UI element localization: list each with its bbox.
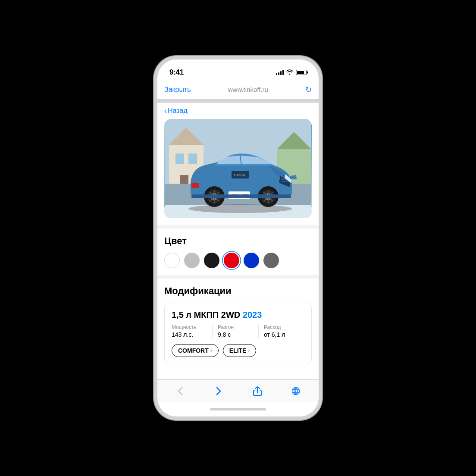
- forward-nav-button[interactable]: [209, 382, 228, 401]
- spec-consumption-value: от 6,1 л: [264, 331, 299, 338]
- color-swatch-gray[interactable]: [263, 253, 279, 268]
- svg-rect-15: [191, 183, 199, 188]
- spec-acceleration-value: 9,8 с: [218, 331, 253, 338]
- wifi-icon: [286, 69, 293, 76]
- status-time: 9:41: [169, 68, 184, 77]
- battery-icon: [296, 70, 307, 75]
- back-nav: ‹ Назад: [157, 103, 319, 119]
- trim-comfort-label: COMFORT: [178, 347, 209, 354]
- status-icons: [276, 69, 307, 76]
- color-section: Цвет: [157, 229, 319, 275]
- phone-shell: 9:41 Закрыть www.tinkoff.ru ↻: [154, 56, 322, 420]
- mod-engine-text: 1,5 л МКПП 2WD: [172, 310, 240, 319]
- bookmarks-button[interactable]: [286, 382, 305, 401]
- mod-engine: 1,5 л МКПП 2WD 2023: [172, 310, 304, 320]
- home-bar: [210, 408, 266, 410]
- mod-trims: COMFORT › ELITE ›: [172, 344, 304, 357]
- trim-elite-label: ELITE: [229, 347, 247, 354]
- color-swatch-blue[interactable]: [244, 253, 259, 268]
- modifications-section: Модификации 1,5 л МКПП 2WD 2023 Мощность…: [157, 279, 319, 376]
- svg-text:HAVAL: HAVAL: [234, 173, 247, 177]
- browser-close-button[interactable]: Закрыть: [164, 86, 191, 94]
- spec-consumption-label: Расход: [264, 324, 299, 330]
- modification-card: 1,5 л МКПП 2WD 2023 Мощность 143 л.с. Ра…: [164, 303, 312, 364]
- color-swatch-red[interactable]: [224, 253, 239, 268]
- home-indicator: [157, 402, 319, 416]
- share-button[interactable]: [248, 382, 267, 401]
- browser-toolbar: [157, 379, 319, 402]
- trim-comfort-chevron: ›: [210, 348, 212, 354]
- modifications-title: Модификации: [164, 285, 312, 297]
- mod-specs: Мощность 143 л.с. Разгон 9,8 с Расход от…: [172, 324, 304, 338]
- spec-power: Мощность 143 л.с.: [172, 324, 212, 338]
- color-swatch-white[interactable]: [164, 253, 180, 268]
- back-chevron-icon: ‹: [164, 107, 167, 115]
- car-image: о096уо799 HAVAL: [164, 119, 312, 218]
- cta-section: Хочу этот автомобиль: [157, 376, 319, 379]
- spec-consumption: Расход от 6,1 л: [258, 324, 304, 338]
- svg-rect-4: [188, 153, 197, 164]
- top-divider: [157, 99, 319, 103]
- back-button[interactable]: ‹ Назад: [164, 107, 188, 115]
- svg-rect-14: [281, 181, 289, 182]
- spec-acceleration: Разгон 9,8 с: [212, 324, 258, 338]
- back-label: Назад: [168, 107, 188, 115]
- reload-button[interactable]: ↻: [305, 85, 312, 94]
- trim-elite-chevron: ›: [248, 348, 250, 354]
- page-content: ‹ Назад: [157, 99, 319, 379]
- color-swatch-silver[interactable]: [184, 253, 200, 268]
- svg-point-11: [188, 204, 292, 213]
- browser-url: www.tinkoff.ru: [228, 86, 268, 93]
- spec-acceleration-label: Разгон: [218, 324, 253, 330]
- color-swatches: [164, 253, 312, 268]
- spec-power-label: Мощность: [172, 324, 207, 330]
- trim-elite[interactable]: ELITE ›: [223, 344, 257, 357]
- color-swatch-black[interactable]: [204, 253, 219, 268]
- signal-icon: [276, 70, 284, 75]
- trim-comfort[interactable]: COMFORT ›: [172, 344, 219, 357]
- status-bar: 9:41: [157, 60, 319, 80]
- back-nav-button[interactable]: [171, 382, 190, 401]
- car-image-container: о096уо799 HAVAL: [157, 119, 319, 225]
- browser-bar: Закрыть www.tinkoff.ru ↻: [157, 80, 319, 99]
- spec-power-value: 143 л.с.: [172, 331, 207, 338]
- svg-rect-32: [191, 194, 291, 198]
- svg-rect-3: [175, 153, 184, 164]
- color-section-title: Цвет: [164, 235, 312, 247]
